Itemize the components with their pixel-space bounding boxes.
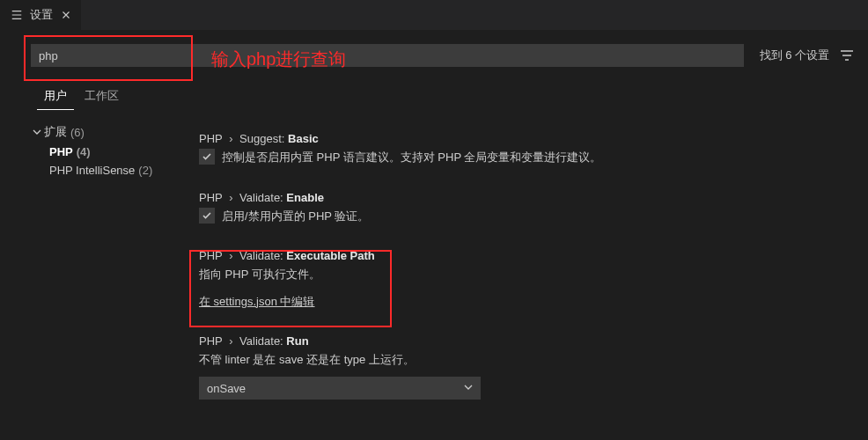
search-input[interactable] — [39, 49, 736, 62]
checkbox[interactable] — [199, 208, 215, 224]
scope-tab-workspace[interactable]: 工作区 — [77, 83, 126, 110]
edit-in-settings-json-link[interactable]: 在 settings.json 中编辑 — [199, 295, 315, 308]
search-box[interactable] — [31, 44, 744, 67]
tree-count: (6) — [70, 126, 85, 139]
tree-label: PHP IntelliSense — [49, 164, 135, 177]
setting-title: PHP › Validate: Executable Path — [199, 249, 854, 262]
setting-title: PHP › Validate: Enable — [199, 191, 854, 204]
setting-description: 启用/禁用内置的 PHP 验证。 — [222, 208, 369, 225]
settings-search-bar: 找到 6 个设置 — [31, 43, 857, 68]
settings-tab-icon — [11, 9, 23, 21]
tree-count: (4) — [77, 145, 91, 158]
tab-settings[interactable]: 设置 — [0, 0, 81, 31]
settings-content: PHP › Suggest: Basic 控制是否启用内置 PHP 语言建议。支… — [199, 132, 854, 424]
tree-item-php[interactable]: PHP (4) — [49, 143, 188, 161]
settings-tree: 扩展 (6) PHP (4) PHP IntelliSense (2) — [30, 121, 188, 180]
close-icon[interactable] — [60, 9, 72, 21]
result-count: 找到 6 个设置 — [760, 48, 829, 63]
tree-label: PHP — [49, 145, 73, 158]
setting-description: 不管 linter 是在 save 还是在 type 上运行。 — [199, 351, 854, 369]
tree-item-extensions[interactable]: 扩展 (6) — [30, 121, 188, 143]
setting-validate-executable-path: PHP › Validate: Executable Path 指向 PHP 可… — [199, 249, 854, 310]
tab-title: 设置 — [30, 7, 53, 23]
setting-description: 指向 PHP 可执行文件。 — [199, 266, 854, 283]
chevron-down-icon — [464, 383, 473, 393]
setting-title: PHP › Validate: Run — [199, 334, 854, 348]
validate-run-select[interactable]: onSave — [199, 377, 481, 400]
setting-suggest-basic: PHP › Suggest: Basic 控制是否启用内置 PHP 语言建议。支… — [199, 132, 854, 166]
setting-description: 控制是否启用内置 PHP 语言建议。支持对 PHP 全局变量和变量进行建议。 — [222, 149, 601, 166]
tree-item-intellisense[interactable]: PHP IntelliSense (2) — [49, 161, 188, 180]
scope-tab-user[interactable]: 用户 — [37, 83, 74, 110]
tree-count: (2) — [138, 164, 152, 177]
scope-tabs: 用户 工作区 — [37, 83, 126, 110]
editor-tabs: 设置 — [0, 0, 868, 31]
setting-validate-enable: PHP › Validate: Enable 启用/禁用内置的 PHP 验证。 — [199, 191, 854, 225]
setting-title: PHP › Suggest: Basic — [199, 132, 854, 145]
filter-icon[interactable] — [836, 45, 857, 66]
checkbox[interactable] — [199, 149, 215, 165]
chevron-down-icon — [30, 128, 44, 136]
select-value: onSave — [207, 382, 246, 395]
tree-label: 扩展 — [44, 124, 67, 140]
setting-validate-run: PHP › Validate: Run 不管 linter 是在 save 还是… — [199, 334, 854, 400]
